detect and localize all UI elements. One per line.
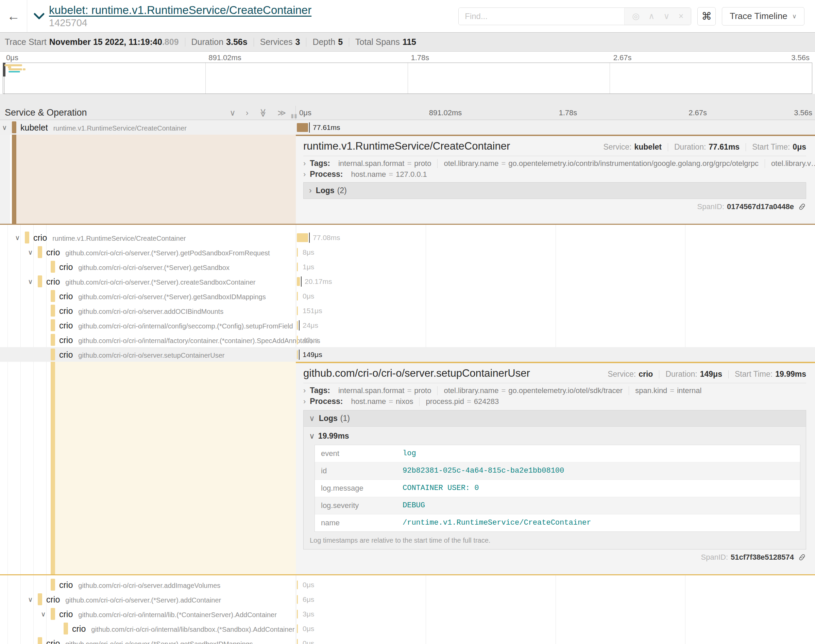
span-name-cell[interactable]: ∨criogithub.com/cri-o/cri-o/internal/lib… [0,607,296,621]
span-duration-bar[interactable] [297,307,298,315]
span-name-cell[interactable]: ∨criogithub.com/cri-o/cri-o/server.(*Ser… [0,274,296,289]
span-duration-bar[interactable] [297,233,308,242]
span-timeline-cell[interactable]: 6μs [296,592,815,607]
process-toggle[interactable]: › Process: host.name=nixosprocess.pid=62… [303,397,806,406]
focus-match-icon[interactable]: ◎ [632,11,640,21]
tags-toggle[interactable]: › Tags: internal.span.format=protootel.l… [303,386,806,395]
span-name-cell[interactable]: criogithub.com/cri-o/cri-o/server.addOCI… [0,303,296,318]
minimap-canvas[interactable] [3,63,812,94]
span-row[interactable]: criogithub.com/cri-o/cri-o/server.(*Serv… [0,636,815,644]
detail-content: runtime.v1.RuntimeService/CreateContaine… [296,135,815,224]
span-timeline-cell[interactable]: 0μs [296,636,815,644]
span-name-cell[interactable]: criogithub.com/cri-o/cri-o/internal/fact… [0,333,296,347]
span-timeline-cell[interactable]: 43μs [296,333,815,347]
span-timeline-cell[interactable]: 20.17ms [296,274,815,289]
span-name-cell[interactable]: ∨criogithub.com/cri-o/cri-o/server.(*Ser… [0,592,296,607]
collapse-chevron-icon[interactable]: ∨ [2,123,7,132]
span-duration-label: 0μs [303,292,314,300]
span-duration-bar[interactable] [297,262,298,271]
prev-match-icon[interactable]: ∧ [648,11,654,21]
span-duration-bar[interactable] [297,123,308,132]
spanid-row: SpanID: 51cf7f38e5128574 [303,553,806,562]
span-timeline-cell[interactable]: 3μs [296,607,815,621]
span-name-cell[interactable]: criogithub.com/cri-o/cri-o/server.setupC… [0,347,296,362]
span-timeline-cell[interactable]: 24μs [296,318,815,333]
span-timeline-cell[interactable]: 151μs [296,303,815,318]
span-name-cell[interactable]: criogithub.com/cri-o/cri-o/internal/lib/… [0,621,296,636]
span-name-text: criogithub.com/cri-o/cri-o/server.(*Serv… [59,291,266,301]
span-duration-bar[interactable] [297,292,298,301]
span-row[interactable]: criogithub.com/cri-o/cri-o/server.(*Serv… [0,259,815,274]
span-name-cell[interactable]: ∨criogithub.com/cri-o/cri-o/server.(*Ser… [0,245,296,259]
timeline-minimap: 0μs891.02ms1.78s2.67s3.56s [0,52,815,94]
deep-link-icon[interactable] [798,553,806,561]
span-timeline-cell[interactable]: 77.08ms [296,230,815,245]
expand-all-icon[interactable]: ≫ [277,108,286,118]
span-row[interactable]: ∨criogithub.com/cri-o/cri-o/internal/lib… [0,607,815,621]
span-row[interactable]: ∨criogithub.com/cri-o/cri-o/server.(*Ser… [0,592,815,607]
clear-search-icon[interactable]: × [679,11,684,21]
collapse-chevron-icon[interactable]: ∨ [15,234,20,242]
span-row[interactable]: ∨criogithub.com/cri-o/cri-o/server.(*Ser… [0,245,815,259]
trace-view-dropdown[interactable]: Trace Timeline ∨ [722,7,804,26]
span-row[interactable]: criogithub.com/cri-o/cri-o/server.(*Serv… [0,289,815,303]
span-timeline-cell[interactable]: 1μs [296,259,815,274]
expand-one-icon[interactable]: › [246,108,248,118]
span-row[interactable]: ∨criogithub.com/cri-o/cri-o/server.(*Ser… [0,274,815,289]
log-entry-toggle[interactable]: ∨ 19.99ms [309,431,800,441]
span-row[interactable]: criogithub.com/cri-o/cri-o/server.addIma… [0,577,815,592]
span-timeline-cell[interactable]: 0μs [296,577,815,592]
span-duration-bar[interactable] [297,321,298,330]
span-duration-bar[interactable] [297,624,298,633]
span-duration-bar[interactable] [297,248,298,257]
back-button[interactable]: ← [0,0,27,32]
next-match-icon[interactable]: ∨ [663,11,669,21]
collapse-all-icon[interactable]: ≫ [258,109,268,117]
log-entry-time: 19.99ms [318,431,349,441]
span-row[interactable]: criogithub.com/cri-o/cri-o/server.addOCI… [0,303,815,318]
span-timeline-cell[interactable]: 0μs [296,621,815,636]
span-detail-panel-setupcontaineruser: github.com/cri-o/cri-o/server.setupConta… [0,362,815,575]
span-name-text: kubeletruntime.v1.RuntimeService/CreateC… [20,123,187,132]
span-name-cell[interactable]: criogithub.com/cri-o/cri-o/server.(*Serv… [0,636,296,644]
span-name-cell[interactable]: ∨kubeletruntime.v1.RuntimeService/Create… [0,120,296,135]
trace-title-link[interactable]: kubelet: runtime.v1.RuntimeService/Creat… [49,4,311,17]
keyboard-shortcuts-button[interactable]: ⌘ [697,7,716,26]
span-name-cell[interactable]: criogithub.com/cri-o/cri-o/server.addIma… [0,577,296,592]
collapse-one-icon[interactable]: ∨ [230,108,236,118]
span-row[interactable]: ∨kubeletruntime.v1.RuntimeService/Create… [0,120,815,135]
logs-toggle[interactable]: › Logs (2) [303,182,806,199]
find-input[interactable] [459,8,624,25]
span-row[interactable]: criogithub.com/cri-o/cri-o/internal/lib/… [0,621,815,636]
span-duration-bar[interactable] [297,639,298,644]
span-timeline-cell[interactable]: 77.61ms [296,120,815,135]
deep-link-icon[interactable] [798,202,806,211]
collapse-chevron-icon[interactable]: ∨ [41,610,46,618]
span-timeline-cell[interactable]: 149μs [296,347,815,362]
collapse-chevron-icon[interactable]: ∨ [28,595,33,604]
span-duration-bar[interactable] [297,277,300,286]
span-duration-bar[interactable] [297,336,298,345]
collapse-chevron-icon[interactable]: ∨ [28,248,33,256]
process-toggle[interactable]: › Process: host.name=127.0.0.1 [303,170,806,179]
span-row[interactable]: criogithub.com/cri-o/cri-o/server.setupC… [0,347,815,362]
logs-toggle[interactable]: ∨ Logs (1) [303,410,806,427]
top-controls: ◎ ∧ ∨ × ⌘ Trace Timeline ∨ [458,7,815,26]
span-duration-bar[interactable] [297,580,298,589]
span-name-cell[interactable]: criogithub.com/cri-o/cri-o/internal/conf… [0,318,296,333]
collapse-header-chevron-icon[interactable] [33,12,45,21]
collapse-chevron-icon[interactable]: ∨ [28,278,33,286]
span-timeline-cell[interactable]: 0μs [296,289,815,303]
log-field-key: name [321,518,403,527]
span-name-cell[interactable]: ∨crioruntime.v1.RuntimeService/CreateCon… [0,230,296,245]
span-row[interactable]: criogithub.com/cri-o/cri-o/internal/fact… [0,333,815,347]
span-duration-bar[interactable] [297,610,298,618]
tags-toggle[interactable]: › Tags: internal.span.format=protootel.l… [303,159,806,168]
span-row[interactable]: ∨crioruntime.v1.RuntimeService/CreateCon… [0,230,815,245]
span-timeline-cell[interactable]: 8μs [296,245,815,259]
span-duration-bar[interactable] [297,595,298,604]
span-duration-bar[interactable] [297,350,298,359]
span-row[interactable]: criogithub.com/cri-o/cri-o/internal/conf… [0,318,815,333]
span-name-cell[interactable]: criogithub.com/cri-o/cri-o/server.(*Serv… [0,289,296,303]
span-name-cell[interactable]: criogithub.com/cri-o/cri-o/server.(*Serv… [0,259,296,274]
